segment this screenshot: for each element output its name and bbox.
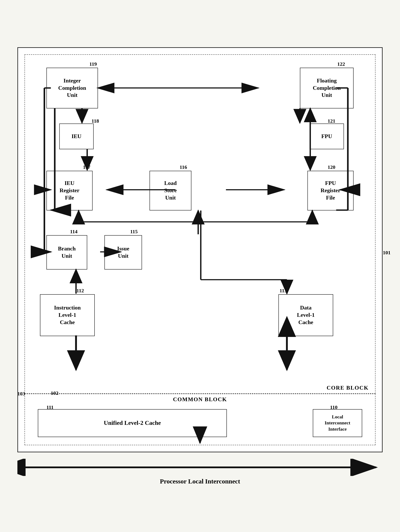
- label-117: 117: [83, 164, 90, 170]
- ieu-unit: IEU: [59, 123, 94, 149]
- label-103: 103: [17, 391, 25, 397]
- label-102: 102: [51, 390, 58, 396]
- integer-completion-unit: Integer Completion Unit: [46, 68, 98, 108]
- local-interconnect-interface: Local Interconnect Interface: [313, 409, 362, 437]
- label-116: 116: [180, 164, 187, 170]
- common-block-label: COMMON BLOCK: [173, 396, 227, 403]
- core-block-label: CORE BLOCK: [327, 385, 369, 391]
- label-122: 122: [337, 61, 345, 67]
- branch-unit: Branch Unit: [46, 235, 87, 270]
- label-120: 120: [328, 164, 335, 170]
- ieu-register-file: IEU Register File: [46, 171, 93, 210]
- interconnect-arrow-svg: [17, 459, 383, 476]
- fpu-register-file: FPU Register File: [307, 171, 354, 210]
- floating-completion-unit: Floating Completion Unit: [300, 68, 354, 108]
- label-114: 114: [70, 229, 77, 234]
- core-block: CORE BLOCK Integer Completion Unit 119 F…: [25, 54, 375, 394]
- diagram-container: 101 CORE BLOCK Integer Completion Unit 1…: [17, 47, 383, 485]
- fpu-unit: FPU: [310, 123, 344, 149]
- label-119: 119: [89, 61, 97, 67]
- label-112: 112: [76, 288, 84, 294]
- interconnect-label: Processor Local Interconnect: [160, 478, 240, 485]
- label-111: 111: [46, 405, 53, 410]
- load-store-unit: Load Store Unit: [150, 171, 191, 210]
- label-113: 113: [279, 288, 287, 294]
- label-115: 115: [130, 229, 138, 234]
- ul2-cache: Unified Level-2 Cache: [38, 409, 227, 437]
- common-block: COMMON BLOCK 103 102 Unified Level-2 Cac…: [25, 394, 375, 445]
- outer-box: 101 CORE BLOCK Integer Completion Unit 1…: [17, 47, 383, 452]
- label-121: 121: [328, 118, 335, 124]
- dl1-cache: Data Level-1 Cache: [278, 294, 333, 336]
- il1-cache: Instruction Level-1 Cache: [40, 294, 95, 336]
- label-101: 101: [383, 250, 391, 256]
- label-118: 118: [91, 118, 99, 124]
- issue-unit: Issue Unit: [104, 235, 142, 270]
- label-110: 110: [330, 405, 337, 410]
- interconnect-section: Processor Local Interconnect: [17, 459, 383, 485]
